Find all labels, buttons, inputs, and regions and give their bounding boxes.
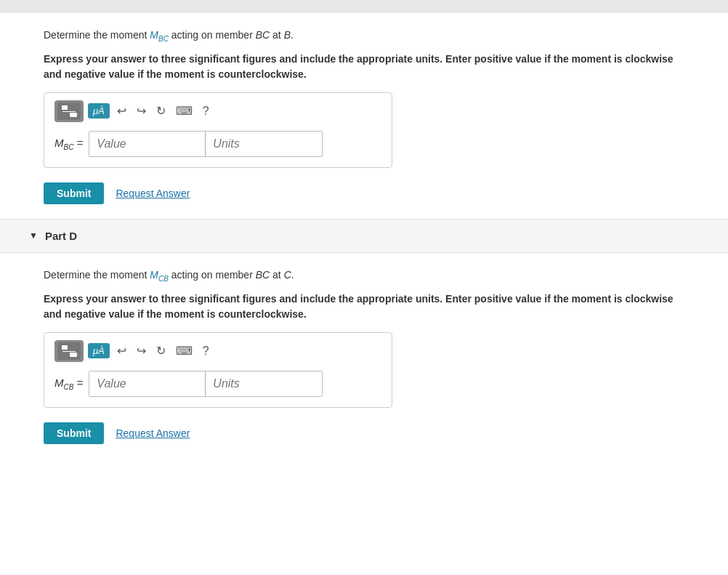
part-c-redo-btn[interactable]: ↪: [134, 102, 149, 119]
part-d-header[interactable]: ▼ Part D: [0, 219, 728, 253]
part-d-help-btn[interactable]: ?: [200, 343, 212, 359]
part-d-input-label: MCB =: [54, 377, 83, 391]
part-d-instruction: Express your answer to three significant…: [44, 291, 684, 322]
part-c-units-input[interactable]: [206, 132, 322, 156]
part-c-input-row: MBC =: [54, 131, 381, 157]
part-c-fractions-btn[interactable]: [57, 102, 81, 120]
part-c-input-box: μÀ ↩ ↪ ↻ ⌨ ? MBC =: [44, 92, 392, 168]
part-d-fields-wrapper: [89, 371, 323, 397]
part-d-ua-btn[interactable]: μÀ: [88, 343, 110, 358]
frac-top: [62, 105, 68, 110]
part-d-label: Part D: [45, 230, 77, 242]
frac-bottom: [70, 113, 77, 117]
part-d-toolbar-group: [54, 340, 84, 362]
part-c-input-label: MBC =: [54, 137, 83, 151]
part-c-var: MBC: [150, 29, 169, 41]
frac-line: [62, 111, 76, 112]
part-d-collapse-arrow[interactable]: ▼: [29, 230, 38, 241]
fraction-icon: [61, 105, 77, 118]
part-d-toolbar: μÀ ↩ ↪ ↻ ⌨ ?: [54, 340, 381, 362]
part-d-request-answer-link[interactable]: Request Answer: [116, 427, 190, 439]
part-d-units-input[interactable]: [206, 371, 322, 396]
part-d-refresh-btn[interactable]: ↻: [153, 342, 169, 359]
part-c-request-answer-link[interactable]: Request Answer: [116, 188, 190, 199]
part-c-refresh-btn[interactable]: ↻: [153, 102, 169, 119]
part-c-action-row: Submit Request Answer: [44, 182, 684, 204]
part-d-undo-btn[interactable]: ↩: [114, 342, 129, 359]
part-d-input-box: μÀ ↩ ↪ ↻ ⌨ ? MCB =: [44, 332, 392, 408]
part-c-toolbar: μÀ ↩ ↪ ↻ ⌨ ?: [54, 100, 381, 122]
part-c-section: Determine the moment MBC acting on membe…: [0, 13, 728, 219]
part-d-action-row: Submit Request Answer: [44, 422, 684, 444]
part-c-problem-text: Determine the moment MBC acting on membe…: [44, 28, 684, 44]
part-d-var: MCB: [150, 269, 169, 281]
part-d-redo-btn[interactable]: ↪: [134, 342, 149, 359]
part-d-fractions-btn[interactable]: [57, 342, 81, 360]
part-d-input-row: MCB =: [54, 371, 381, 397]
page-wrapper: Determine the moment MBC acting on membe…: [0, 0, 728, 575]
part-c-undo-btn[interactable]: ↩: [114, 102, 129, 119]
frac-top-d: [62, 345, 68, 350]
part-d-value-input[interactable]: [89, 371, 206, 396]
part-c-fields-wrapper: [89, 131, 323, 157]
part-d-submit-button[interactable]: Submit: [44, 422, 104, 444]
frac-line-d: [62, 351, 76, 352]
part-c-value-input[interactable]: [89, 132, 206, 156]
fraction-icon-d: [61, 345, 77, 358]
part-c-help-btn[interactable]: ?: [200, 103, 212, 119]
part-c-toolbar-group: [54, 100, 84, 122]
part-c-instruction: Express your answer to three significant…: [44, 52, 684, 82]
part-d-keyboard-btn[interactable]: ⌨: [173, 342, 195, 359]
part-d-section: Determine the moment MCB acting on membe…: [0, 253, 728, 459]
top-bar: [0, 0, 728, 13]
part-d-problem-text: Determine the moment MCB acting on membe…: [44, 268, 684, 284]
part-c-ua-btn[interactable]: μÀ: [88, 103, 110, 118]
part-c-submit-button[interactable]: Submit: [44, 182, 104, 204]
frac-bottom-d: [70, 353, 77, 357]
part-c-keyboard-btn[interactable]: ⌨: [173, 102, 195, 119]
